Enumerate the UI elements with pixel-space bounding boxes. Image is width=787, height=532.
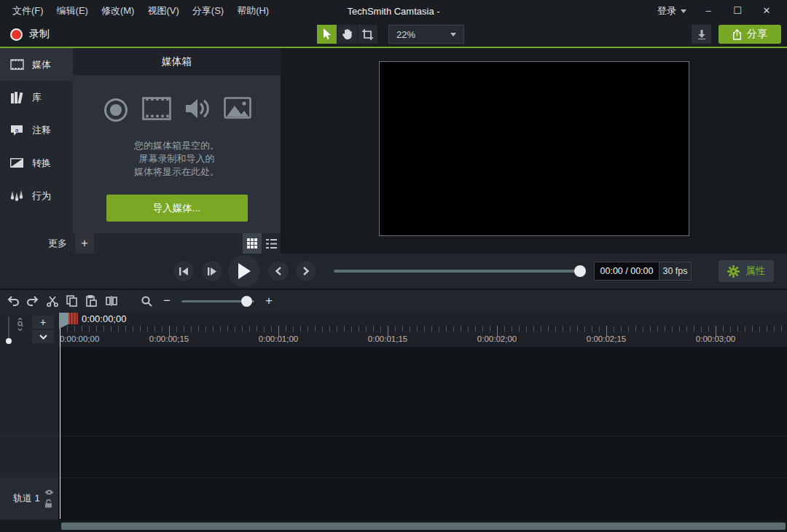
record-icon [10, 28, 23, 41]
fps-display[interactable]: 30 fps [659, 262, 691, 280]
canvas-area[interactable] [281, 48, 787, 254]
sidebar-item-label: 转换 [32, 157, 51, 170]
sidebar-item-media[interactable]: 媒体 [0, 48, 73, 81]
ruler-label: 0:00:00;00 [60, 335, 99, 343]
playback-bar: 00:00 / 00:00 30 fps 属性 [0, 254, 787, 289]
menu-modify[interactable]: 修改(M) [95, 0, 141, 22]
ruler-label: 0:00:01;15 [368, 335, 407, 343]
add-track-button[interactable]: + [32, 316, 54, 329]
copy-icon [66, 295, 77, 307]
playhead-line[interactable] [60, 324, 60, 519]
playhead-time: 0:00:00;00 [82, 313, 126, 324]
export-local-button[interactable] [692, 25, 711, 44]
media-bin-title: 媒体箱 [73, 48, 281, 75]
redo-icon [27, 296, 39, 306]
timeline-zoom-out-button[interactable]: − [160, 294, 174, 308]
next-button[interactable] [296, 261, 316, 281]
record-button[interactable]: 录制 [6, 28, 54, 41]
timeline-ruler[interactable]: 0:00:00;00 0:00:00;15 0:00:01;00 0:00:01… [58, 312, 787, 347]
track-height-slider[interactable] [8, 316, 9, 341]
select-tool-button[interactable] [317, 25, 337, 44]
maximize-button[interactable]: ☐ [723, 0, 752, 22]
menu-edit[interactable]: 编辑(E) [50, 0, 95, 22]
minimize-button[interactable]: – [694, 0, 723, 22]
properties-label: 属性 [745, 265, 765, 278]
timeline-content[interactable]: 0:00:00;00 0:00:00;15 0:00:01;00 0:00:01… [58, 312, 787, 520]
copy-button[interactable] [62, 292, 82, 310]
horizontal-scrollbar[interactable] [61, 523, 786, 530]
split-button[interactable] [101, 292, 121, 310]
undo-button[interactable] [3, 292, 23, 310]
record-circle-icon [103, 97, 129, 123]
ruler-label: 0:00:03;00 [696, 335, 735, 343]
tools-panel-region: 媒体 库 a 注释 转换 [0, 48, 281, 254]
toolbar: 录制 22% [0, 22, 787, 48]
share-label: 分享 [747, 28, 767, 41]
paste-button[interactable] [82, 292, 101, 310]
step-back-icon [179, 267, 188, 275]
properties-button[interactable]: 属性 [719, 260, 774, 282]
redo-button[interactable] [23, 292, 42, 310]
timeline-zoom-in-button[interactable]: + [262, 294, 276, 308]
seek-slider[interactable] [334, 270, 584, 273]
pan-tool-button[interactable] [337, 25, 357, 44]
window-title: TechSmith Camtasia - [248, 6, 539, 17]
track1-label: 轨道 1 [13, 492, 40, 505]
ruler-label: 0:00:00;15 [149, 335, 189, 343]
sidebar-item-label: 库 [32, 91, 42, 104]
filmstrip-icon [9, 59, 24, 70]
track1-header[interactable]: 轨道 1 [0, 477, 58, 519]
sidebar-item-transitions[interactable]: 转换 [0, 146, 73, 179]
seek-slider-thumb[interactable] [574, 265, 586, 277]
hand-icon [342, 28, 353, 40]
track-lanes[interactable] [58, 347, 787, 520]
chevron-left-icon [275, 267, 281, 275]
timeline-zoom-slider[interactable] [181, 300, 254, 302]
menu-share[interactable]: 分享(S) [186, 0, 230, 22]
track-visibility-eye-icon[interactable] [44, 489, 54, 496]
track-height-slider-thumb[interactable] [6, 338, 12, 344]
grid-view-button[interactable] [243, 233, 262, 254]
ruler-label: 0:00:01;00 [259, 335, 298, 343]
signin-button[interactable]: 登录 [650, 4, 694, 17]
record-label: 录制 [29, 28, 50, 41]
cut-button[interactable] [42, 292, 62, 310]
empty-line-2: 屏幕录制和导入的 [134, 152, 219, 165]
split-icon [106, 296, 117, 306]
step-back-button[interactable] [173, 261, 194, 281]
import-media-button[interactable]: 导入媒体... [106, 195, 248, 222]
media-bin-panel: 媒体箱 [73, 48, 281, 233]
books-icon [9, 92, 24, 103]
canvas-zoom-value: 22% [396, 29, 415, 40]
gear-icon [727, 265, 740, 278]
more-tabs-button[interactable]: 更多 [0, 237, 67, 250]
ruler-labels: 0:00:00;00 0:00:00;15 0:00:01;00 0:00:01… [58, 335, 787, 346]
timeline-zoom-thumb[interactable] [241, 296, 252, 307]
menu-bar: 文件(F) 编辑(E) 修改(M) 视图(V) 分享(S) 帮助(H) Tech… [0, 0, 787, 22]
share-button[interactable]: 分享 [719, 25, 781, 44]
canvas-zoom-select[interactable]: 22% [388, 25, 464, 44]
sidebar-item-behaviors[interactable]: 行为 [0, 179, 73, 212]
sidebar-item-library[interactable]: 库 [0, 81, 73, 114]
add-tab-button[interactable]: + [75, 233, 94, 254]
canvas-tools [317, 25, 377, 44]
menu-file[interactable]: 文件(F) [6, 0, 50, 22]
timeline-scroll-strip [0, 520, 787, 532]
crop-tool-button[interactable] [358, 25, 377, 44]
menu-view[interactable]: 视图(V) [141, 0, 185, 22]
video-preview[interactable] [379, 61, 689, 236]
track-options-button[interactable] [32, 330, 54, 343]
sidebar-item-annotations[interactable]: a 注释 [0, 114, 73, 146]
divider [0, 436, 58, 437]
play-button[interactable] [228, 255, 260, 287]
list-view-button[interactable] [262, 233, 281, 254]
step-forward-button[interactable] [202, 261, 222, 281]
magnifier-icon [141, 296, 152, 307]
close-button[interactable]: ✕ [752, 0, 781, 22]
ruler-label: 0:00:02;15 [587, 335, 626, 343]
track-lock-icon[interactable] [44, 499, 54, 508]
previous-button[interactable] [268, 261, 289, 281]
playhead-grip[interactable] [68, 313, 78, 324]
behaviors-icon [9, 190, 24, 202]
download-arrow-icon [697, 30, 706, 39]
